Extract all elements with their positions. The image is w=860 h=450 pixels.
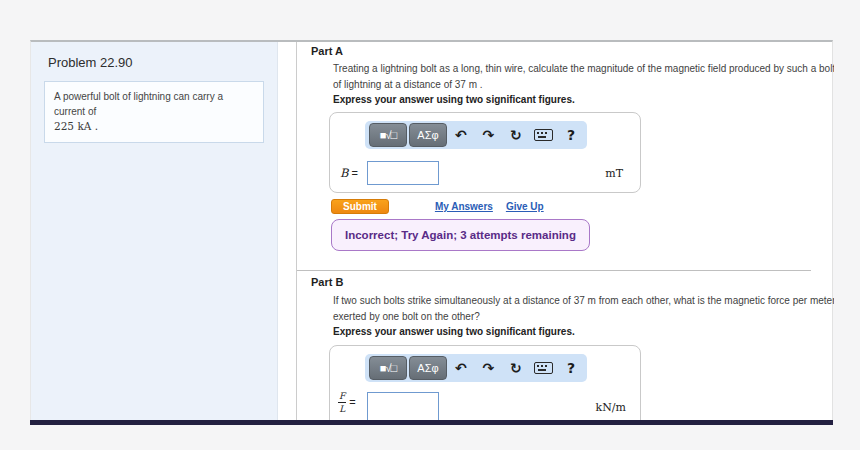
part-a-header: Part A — [311, 45, 343, 57]
answer-input-part-a[interactable] — [367, 161, 439, 185]
keyboard-icon-shape — [534, 129, 553, 141]
equation-template-icon: ■√□ — [380, 130, 396, 141]
part-b-question: If two such bolts strike simultaneously … — [333, 293, 834, 324]
part-b-instruction: Express your answer using two significan… — [333, 326, 575, 337]
parts-area: Part A Treating a lightning bolt as a lo… — [296, 42, 834, 421]
greek-symbols-icon: ΑΣφ — [417, 130, 438, 141]
greek-symbols-button[interactable]: ΑΣφ — [409, 123, 447, 147]
reset-icon[interactable]: ↻ — [502, 356, 530, 380]
part-divider — [297, 270, 811, 271]
part-a-answer-box: ■√□ ΑΣφ ↶ ↷ ↻ ? B = mT — [329, 112, 641, 193]
equation-toolbar-a: ■√□ ΑΣφ ↶ ↷ ↻ ? — [365, 121, 587, 149]
reset-icon[interactable]: ↻ — [502, 123, 530, 147]
problem-panel: Problem 22.90 A powerful bolt of lightni… — [31, 42, 278, 420]
part-a-instruction: Express your answer using two significan… — [333, 94, 575, 105]
greek-symbols-button[interactable]: ΑΣφ — [409, 356, 447, 380]
submit-row: Submit My Answers Give Up — [331, 199, 544, 214]
fraction-numerator: F — [338, 392, 346, 403]
greek-symbols-icon: ΑΣφ — [417, 363, 438, 374]
assignment-card: Problem 22.90 A powerful bolt of lightni… — [30, 40, 833, 425]
answer-input-part-b[interactable] — [367, 392, 439, 421]
undo-icon[interactable]: ↶ — [447, 123, 475, 147]
equals-sign: = — [349, 396, 355, 408]
equation-templates-button[interactable]: ■√□ — [369, 123, 407, 147]
force-per-length-fraction: F L — [338, 392, 346, 414]
problem-statement-text: A powerful bolt of lightning can carry a… — [54, 91, 223, 117]
equation-toolbar-b: ■√□ ΑΣφ ↶ ↷ ↻ ? — [365, 354, 587, 382]
equals-sign: = — [352, 167, 358, 179]
unit-label-a: mT — [605, 167, 623, 180]
problem-statement-box: A powerful bolt of lightning can carry a… — [44, 81, 264, 143]
submit-button[interactable]: Submit — [331, 199, 389, 214]
undo-icon[interactable]: ↶ — [447, 356, 475, 380]
my-answers-link[interactable]: My Answers — [435, 201, 493, 212]
fraction-denominator: L — [339, 404, 345, 414]
keyboard-icon[interactable] — [530, 129, 558, 141]
part-b-header: Part B — [311, 276, 343, 288]
redo-icon[interactable]: ↷ — [475, 123, 503, 147]
bottom-bar — [30, 420, 833, 425]
unit-label-b: kN/m — [596, 401, 626, 414]
variable-b: B — [340, 166, 348, 180]
part-a-question: Treating a lightning bolt as a long, thi… — [333, 61, 834, 92]
redo-icon[interactable]: ↷ — [475, 356, 503, 380]
keyboard-icon[interactable] — [530, 362, 558, 374]
keyboard-icon-shape — [534, 362, 553, 374]
equation-template-icon: ■√□ — [380, 363, 396, 374]
equation-templates-button[interactable]: ■√□ — [369, 356, 407, 380]
problem-statement-value: 225 kA . — [54, 119, 254, 134]
answer-label-b: F L = — [338, 392, 356, 414]
feedback-message: Incorrect; Try Again; 3 attempts remaini… — [331, 219, 590, 251]
help-icon[interactable]: ? — [557, 123, 585, 147]
part-b-answer-box: ■√□ ΑΣφ ↶ ↷ ↻ ? F L = kN/m — [329, 345, 641, 421]
help-icon[interactable]: ? — [557, 356, 585, 380]
answer-label-a: B = — [340, 166, 358, 180]
give-up-link[interactable]: Give Up — [506, 201, 544, 212]
problem-title: Problem 22.90 — [48, 55, 277, 70]
